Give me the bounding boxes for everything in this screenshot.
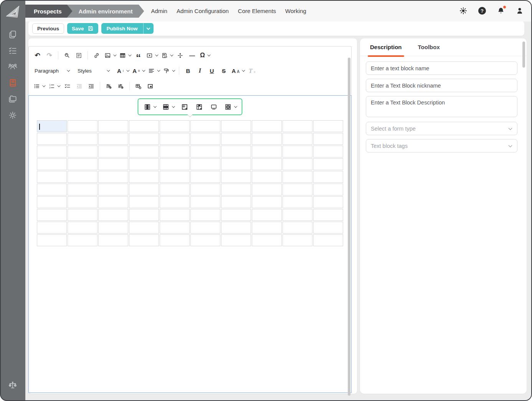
table-cell[interactable] — [221, 133, 251, 145]
table-cell[interactable] — [37, 234, 67, 246]
table-cell[interactable] — [160, 234, 190, 246]
previous-button[interactable]: Previous — [32, 23, 64, 34]
table-cell[interactable] — [252, 133, 282, 145]
table-cell[interactable] — [129, 171, 159, 183]
table-cell[interactable] — [160, 222, 190, 234]
find-replace-button[interactable] — [61, 50, 73, 61]
table-cell[interactable] — [283, 209, 312, 221]
sidebar-item-checklist[interactable] — [5, 43, 21, 58]
table-cell[interactable] — [129, 196, 159, 208]
numbered-list-button[interactable]: 12 — [47, 80, 61, 92]
table-cell[interactable] — [221, 171, 251, 183]
merge-cells-button[interactable]: ★ — [179, 101, 190, 113]
nav-item-working[interactable]: Working — [285, 8, 306, 14]
indent-button[interactable] — [86, 80, 97, 92]
font-family-button[interactable]: A ≡ — [131, 65, 146, 76]
table-cell[interactable] — [190, 133, 220, 145]
table-cell[interactable] — [37, 158, 67, 170]
text-block-nickname-input[interactable] — [366, 79, 517, 92]
strikethrough-button[interactable]: S — [218, 65, 229, 76]
redo-button[interactable]: ↷ — [44, 50, 55, 61]
table-cell[interactable] — [98, 171, 128, 183]
breadcrumb-tab-admin-environment[interactable]: Admin environment — [66, 5, 144, 18]
text-block-description-input[interactable] — [366, 96, 517, 117]
nav-item-admin-configuration[interactable]: Admin Configuration — [177, 8, 229, 14]
table-cell[interactable] — [98, 184, 128, 196]
account-button[interactable] — [515, 6, 524, 15]
outdent-button[interactable] — [74, 80, 85, 92]
sidebar-item-files[interactable] — [5, 91, 21, 107]
insert-media-button[interactable] — [145, 50, 159, 61]
table-cell[interactable] — [37, 222, 67, 234]
table-cell[interactable] — [68, 171, 97, 183]
table-cell[interactable] — [68, 222, 97, 234]
table-cell[interactable] — [68, 209, 97, 221]
insert-table-button[interactable] — [118, 50, 132, 61]
table-cell[interactable] — [68, 133, 97, 145]
insert-field-button[interactable] — [103, 80, 114, 92]
table-cell[interactable] — [37, 184, 67, 196]
table-cell[interactable] — [252, 158, 282, 170]
image-box-button[interactable] — [145, 80, 156, 92]
inserted-table-widget[interactable] — [36, 119, 344, 247]
sidebar-item-users[interactable] — [5, 59, 21, 75]
table-cell[interactable] — [37, 171, 67, 183]
font-color-button[interactable]: A A — [230, 65, 246, 76]
table-cell[interactable] — [190, 120, 220, 132]
save-button[interactable]: Save — [67, 23, 98, 34]
alignment-button[interactable] — [147, 65, 161, 76]
table-cell[interactable] — [313, 184, 343, 196]
table-cell[interactable] — [129, 133, 159, 145]
table-cell[interactable] — [190, 209, 220, 221]
select-all-button[interactable] — [73, 50, 84, 61]
table-cell[interactable] — [98, 133, 128, 145]
table-cell[interactable] — [221, 158, 251, 170]
table-cell[interactable] — [98, 222, 128, 234]
table-cell[interactable] — [221, 146, 251, 157]
table-cell[interactable] — [129, 120, 159, 132]
table-cell[interactable] — [160, 120, 190, 132]
panel-scrollbar[interactable] — [522, 41, 525, 68]
table-cell[interactable] — [313, 234, 343, 246]
table-cell[interactable] — [160, 209, 190, 221]
sidebar-item-settings[interactable] — [5, 108, 21, 123]
table-cell[interactable] — [129, 146, 159, 157]
table-cell[interactable] — [190, 171, 220, 183]
form-type-select[interactable]: Select a form type — [366, 122, 517, 135]
table-cell[interactable] — [221, 120, 251, 132]
table-cell[interactable] — [221, 209, 251, 221]
underline-button[interactable]: U — [206, 65, 217, 76]
table-cell[interactable] — [252, 222, 282, 234]
horizontal-line-button[interactable]: — — [187, 50, 198, 61]
table-cell[interactable] — [160, 158, 190, 170]
table-cell[interactable] — [160, 171, 190, 183]
block-quote-button[interactable]: “ — [133, 50, 144, 61]
table-cell[interactable] — [313, 158, 343, 170]
table-cell[interactable] — [313, 209, 343, 221]
table-cell[interactable] — [98, 209, 128, 221]
table-cell[interactable] — [190, 234, 220, 246]
table-sync-button[interactable] — [133, 80, 144, 92]
table-cell[interactable] — [160, 196, 190, 208]
table-cell[interactable] — [129, 209, 159, 221]
table-cell[interactable] — [252, 120, 282, 132]
remove-format-button[interactable]: T x — [246, 65, 258, 76]
table-cell[interactable] — [37, 209, 67, 221]
table-cell[interactable] — [37, 196, 67, 208]
table-properties-button[interactable] — [223, 101, 238, 113]
page-break-button[interactable] — [175, 50, 186, 61]
table-cell[interactable] — [68, 196, 97, 208]
table-cell[interactable] — [98, 120, 128, 132]
table-cell[interactable] — [68, 234, 97, 246]
nav-item-admin[interactable]: Admin — [151, 8, 167, 14]
breadcrumb-tab-prospects[interactable]: Prospects — [25, 5, 73, 18]
table-cell[interactable] — [129, 234, 159, 246]
publish-dropdown-button[interactable] — [144, 27, 154, 30]
table-cell[interactable] — [37, 146, 67, 157]
table-cell[interactable] — [252, 196, 282, 208]
table-column-button[interactable] — [142, 101, 157, 113]
table-row-button[interactable] — [161, 101, 176, 113]
sidebar-item-textblocks[interactable] — [5, 75, 21, 91]
table-cell[interactable] — [190, 158, 220, 170]
table-cell[interactable] — [98, 196, 128, 208]
